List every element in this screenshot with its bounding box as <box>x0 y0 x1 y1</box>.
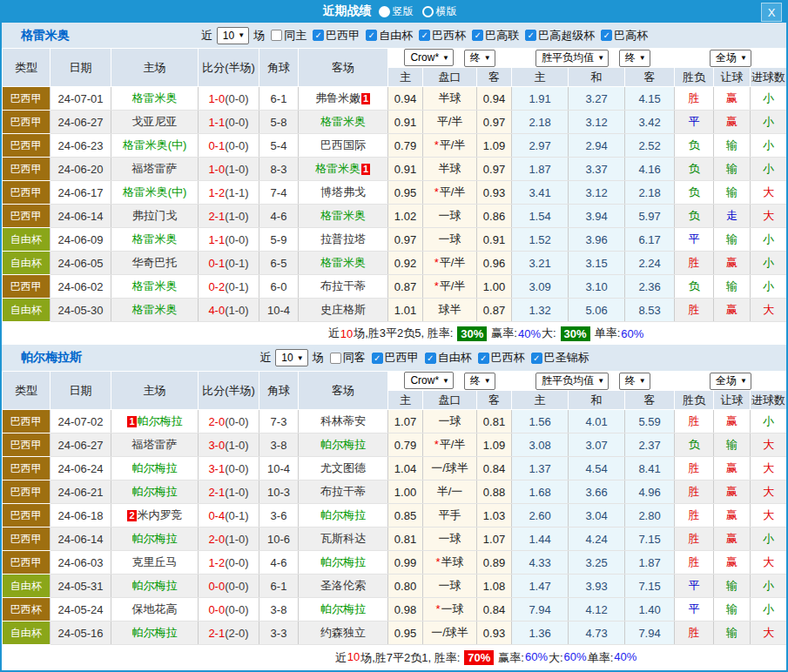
col-europe-home: 主 <box>512 391 569 410</box>
league-checkbox-label: 巴西甲 <box>326 28 360 44</box>
company-select[interactable]: Crow*▼ <box>404 372 454 389</box>
filters-bar: 近10▼场同主✓巴西甲✓自由杯✓巴西杯✓巴高联✓巴高超级杯✓巴高杯 <box>139 27 649 44</box>
league-checkbox[interactable]: ✓ <box>366 30 377 41</box>
corners-score: 4-6 <box>259 205 299 228</box>
match-score: 4-0(1-0) <box>199 299 259 322</box>
league-checkbox-label: 巴西杯 <box>432 28 466 44</box>
team-name-link[interactable]: 帕尔梅拉斯 <box>21 350 82 366</box>
league-checkbox[interactable]: ✓ <box>525 30 536 41</box>
col-date: 日期 <box>51 49 111 87</box>
europe-away-odds: 2.80 <box>625 504 675 528</box>
result-goals: 大 <box>751 205 787 228</box>
corners-score: 10-3 <box>259 480 299 504</box>
team-name: 帕尔梅拉 <box>138 414 183 427</box>
away-team: 约森独立 <box>299 622 388 645</box>
asian-home-odds: 1.07 <box>388 410 423 433</box>
horizontal-radio[interactable] <box>422 6 434 17</box>
company-select[interactable]: Crow*▼ <box>404 49 454 66</box>
asian-away-odds: 1.00 <box>477 275 512 299</box>
same-venue-checkbox[interactable] <box>271 30 282 41</box>
col-score: 比分(半场) <box>199 372 259 410</box>
match-row: 巴西甲24-06-27戈亚尼亚1-1(0-0)5-8格雷米奥0.91平/半0.9… <box>3 111 787 134</box>
league-checkbox[interactable]: ✓ <box>472 30 483 41</box>
europe-home-odds: 2.18 <box>512 111 569 134</box>
recent-count-select[interactable]: 10▼ <box>275 349 307 366</box>
europe-away-odds: 4.15 <box>625 87 675 111</box>
league-checkbox[interactable]: ✓ <box>478 353 489 364</box>
fulltime-score: 2-0 <box>208 533 225 546</box>
team-name: 格雷米奥 <box>320 256 366 269</box>
corners-score: 3-8 <box>259 433 299 457</box>
europe-away-odds: 8.41 <box>625 457 675 480</box>
team-name: 瓦斯科达 <box>320 532 366 545</box>
match-row: 巴西甲24-06-24帕尔梅拉3-1(0-0)10-4尤文图德1.04一/球半0… <box>3 457 787 480</box>
home-team: 华奇巴托 <box>111 252 199 275</box>
match-row: 巴西甲24-06-21帕尔梅拉2-1(1-0)10-3布拉干蒂1.00半/一0.… <box>3 480 787 504</box>
league-checkbox[interactable]: ✓ <box>601 30 612 41</box>
europe-avg-select[interactable]: 胜平负均值▼ <box>535 373 609 390</box>
close-icon: X <box>768 6 776 19</box>
col-europe-away: 客 <box>625 391 675 410</box>
match-score: 0-1(0-0) <box>199 134 259 158</box>
home-team: 格雷米奥 <box>111 299 199 322</box>
league-type-cell: 巴西甲 <box>3 87 51 111</box>
close-button[interactable]: X <box>761 3 782 22</box>
asian-away-odds: 0.86 <box>477 205 512 228</box>
chevron-down-icon: ▼ <box>484 377 491 385</box>
fulltime-score: 0-1 <box>208 139 225 152</box>
league-checkbox[interactable]: ✓ <box>313 30 324 41</box>
home-team: 帕尔梅拉 <box>111 528 199 551</box>
away-team: 格雷米奥1 <box>299 158 388 181</box>
same-venue-checkbox[interactable] <box>330 353 341 364</box>
result-wdl: 胜 <box>675 457 714 480</box>
fulltime-score: 1-2 <box>208 556 225 569</box>
league-type-cell: 自由杯 <box>3 575 51 598</box>
league-checkbox[interactable]: ✓ <box>372 353 383 364</box>
asian-home-odds: 0.85 <box>388 504 423 528</box>
asian-handicap-line: 一球 <box>423 528 477 551</box>
match-score: 0-1(0-1) <box>199 252 259 275</box>
league-checkbox[interactable]: ✓ <box>419 30 430 41</box>
asian-home-odds: 0.92 <box>388 252 423 275</box>
team-name: 帕尔梅拉 <box>320 555 366 568</box>
europe-draw-odds: 3.37 <box>569 158 625 181</box>
final-odds-select[interactable]: 终▼ <box>464 373 495 390</box>
result-goals: 小 <box>751 275 787 299</box>
league-checkbox[interactable]: ✓ <box>531 353 542 364</box>
fullmatch-select[interactable]: 全场▼ <box>710 50 751 67</box>
league-type-cell: 自由杯 <box>3 622 51 645</box>
europe-draw-odds: 3.27 <box>569 87 625 111</box>
vertical-radio[interactable] <box>379 6 390 17</box>
recent-count-select[interactable]: 10▼ <box>217 27 249 44</box>
team-name: 帕尔梅拉 <box>132 579 178 592</box>
europe-away-odds: 2.37 <box>625 433 675 457</box>
halftime-score: (0-0) <box>225 139 248 152</box>
league-type-cell: 自由杯 <box>3 252 51 275</box>
result-handicap: 输 <box>714 275 751 299</box>
match-score: 0-0(0-0) <box>199 575 259 598</box>
result-goals: 大 <box>751 504 787 528</box>
team-name-link[interactable]: 格雷米奥 <box>21 28 70 44</box>
team-name: 弗鲁米嫩 <box>315 91 360 104</box>
horizontal-radio-label[interactable]: 横版 <box>436 4 457 19</box>
match-score: 1-2(1-1) <box>199 181 259 205</box>
asian-home-odds: 0.79 <box>388 134 423 158</box>
league-type-cell: 巴西甲 <box>3 410 51 433</box>
team-name: 克里丘马 <box>132 555 178 568</box>
final-europe-select[interactable]: 终▼ <box>619 50 650 67</box>
corners-score: 3-6 <box>259 504 299 528</box>
asian-away-odds: 0.84 <box>477 457 512 480</box>
col-asian-line: 盘口 <box>423 391 477 410</box>
fullmatch-select[interactable]: 全场▼ <box>710 373 751 390</box>
europe-away-odds: 6.17 <box>625 228 675 252</box>
result-goals: 小 <box>751 111 787 134</box>
final-odds-select[interactable]: 终▼ <box>464 50 495 67</box>
final-europe-select[interactable]: 终▼ <box>619 373 650 390</box>
home-team: 格雷米奥 <box>111 275 199 299</box>
vertical-radio-label[interactable]: 竖版 <box>393 4 414 19</box>
europe-avg-select[interactable]: 胜平负均值▼ <box>535 50 609 67</box>
games-label: 场 <box>313 350 324 366</box>
league-checkbox[interactable]: ✓ <box>425 353 436 364</box>
europe-home-odds: 3.41 <box>512 181 569 205</box>
match-score: 2-0(1-0) <box>199 528 259 551</box>
